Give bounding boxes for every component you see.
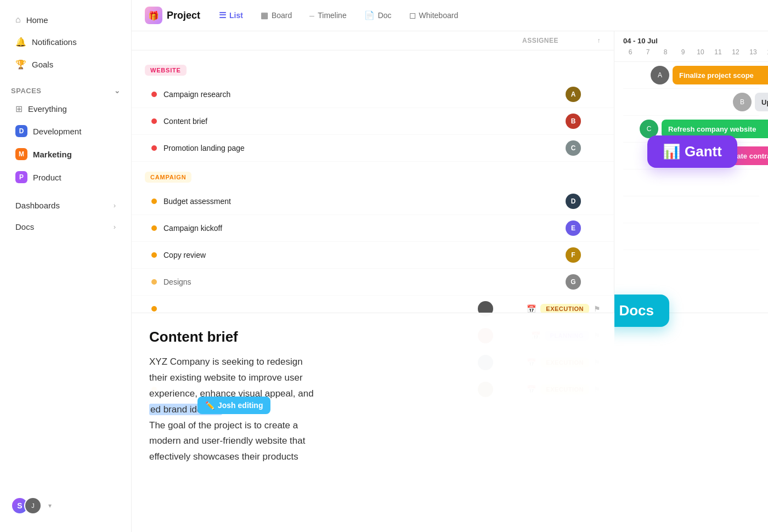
- task-assignee: B: [546, 114, 601, 129]
- task-dot-yellow: [151, 225, 157, 231]
- project-icon: 🎁: [145, 7, 162, 24]
- gantt-bar-label: Finalize project scope: [679, 71, 754, 80]
- josh-editing-badge: ✏️ Josh editing: [197, 397, 270, 414]
- board-icon: ▦: [261, 10, 268, 20]
- avatar: A: [566, 87, 581, 102]
- trophy-icon: 🏆: [15, 59, 26, 70]
- josh-editing-label: Josh editing: [218, 401, 263, 410]
- task-dot-yellow: [151, 252, 157, 258]
- tab-timeline-label: Timeline: [318, 11, 346, 20]
- doc-title: Content brief: [149, 329, 614, 346]
- chevron-right-icon: ›: [114, 201, 116, 210]
- chevron-down-icon[interactable]: ⌄: [114, 87, 121, 95]
- task-name: Content brief: [163, 117, 546, 126]
- col-assignee-header: ASSIGNEE: [513, 37, 568, 44]
- whiteboard-icon: ◻: [409, 10, 416, 20]
- sidebar-dashboards-label: Dashboards: [15, 201, 60, 210]
- tab-bar: ☰ List ▦ Board ⏤ Timeline 📄 Doc ◻ Whiteb…: [211, 7, 466, 24]
- tab-timeline[interactable]: ⏤ Timeline: [302, 7, 354, 24]
- task-name: Campaign kickoff: [163, 224, 546, 233]
- task-row[interactable]: Designs G: [132, 269, 614, 296]
- sidebar-item-goals[interactable]: 🏆 Goals: [4, 54, 127, 75]
- doc-body-line: modern and user-friendly website that: [149, 433, 614, 449]
- task-dot-yellow: [151, 306, 157, 312]
- group-website-header: WEBSITE: [132, 59, 614, 81]
- doc-icon: 📄: [364, 10, 375, 20]
- gantt-row: [623, 196, 759, 223]
- sidebar-home-label: Home: [26, 15, 48, 25]
- gantt-row: [623, 223, 759, 250]
- grid-icon: ⊞: [15, 104, 22, 114]
- group-campaign-header: CAMPAIGN: [132, 166, 614, 188]
- column-headers: ASSIGNEE ↑: [132, 31, 614, 50]
- gantt-day: 6: [623, 48, 637, 56]
- gantt-bubble-icon: 📊: [663, 143, 680, 160]
- task-name: Campaign research: [163, 90, 546, 99]
- avatar-j[interactable]: J: [24, 497, 42, 514]
- gantt-row: B Update key objectives: [623, 89, 759, 116]
- tab-board[interactable]: ▦ Board: [253, 7, 300, 24]
- sidebar-marketing-label: Marketing: [33, 150, 72, 159]
- task-dot-red: [151, 92, 157, 97]
- chevron-right-icon-docs: ›: [114, 223, 116, 231]
- tab-doc[interactable]: 📄 Doc: [357, 7, 399, 24]
- sidebar-item-dashboards[interactable]: Dashboards ›: [4, 195, 127, 216]
- sidebar-item-home[interactable]: ⌂ Home: [4, 9, 127, 30]
- tab-board-label: Board: [272, 11, 292, 20]
- task-dot-yellow: [151, 279, 157, 285]
- pencil-icon: ✏️: [205, 401, 214, 410]
- col-right-header: ↑: [568, 37, 601, 44]
- doc-overlay: Content brief XYZ Company is seeking to …: [132, 313, 614, 532]
- sidebar-item-development[interactable]: D Development: [4, 120, 127, 142]
- product-dot: P: [15, 171, 27, 183]
- tab-doc-label: Doc: [378, 11, 392, 20]
- tab-list[interactable]: ☰ List: [211, 7, 251, 24]
- sidebar-development-label: Development: [33, 127, 81, 136]
- home-icon: ⌂: [15, 15, 21, 25]
- task-row[interactable]: Copy review F: [132, 242, 614, 269]
- avatar-chevron-icon[interactable]: ▾: [48, 502, 52, 510]
- task-assignee: F: [546, 247, 601, 263]
- task-row[interactable]: Promotion landing page C: [132, 135, 614, 162]
- avatar: E: [566, 220, 581, 236]
- gantt-day: 7: [641, 48, 655, 56]
- gantt-day: 10: [693, 48, 708, 56]
- sidebar-item-docs[interactable]: Docs ›: [4, 217, 127, 237]
- development-dot: D: [15, 125, 27, 137]
- task-row[interactable]: Budget assessment D: [132, 188, 614, 215]
- sidebar-item-everything[interactable]: ⊞ Everything: [4, 99, 127, 119]
- doc-body-line: effectively showcases their products: [149, 449, 614, 465]
- gantt-week-label-1: 04 - 10 Jul: [623, 37, 768, 48]
- main-content: 🎁 Project ☰ List ▦ Board ⏤ Timeline 📄 Do…: [132, 0, 768, 532]
- docs-bubble-label: Docs: [619, 302, 654, 319]
- avatar: B: [566, 114, 581, 129]
- task-dot-red: [151, 145, 157, 151]
- calendar-icon: 📅: [527, 304, 536, 313]
- gantt-bar-update-key: Update key objectives: [755, 93, 768, 111]
- gantt-day: 8: [658, 48, 673, 56]
- sidebar-notifications-label: Notifications: [32, 37, 77, 47]
- campaign-badge[interactable]: CAMPAIGN: [145, 172, 191, 183]
- tab-list-label: List: [229, 11, 243, 20]
- tab-whiteboard[interactable]: ◻ Whiteboard: [402, 7, 466, 24]
- task-name: Designs: [163, 278, 546, 286]
- task-row[interactable]: Campaign research A: [132, 81, 614, 108]
- sidebar-item-notifications[interactable]: 🔔 Notifications: [4, 31, 127, 53]
- gantt-bubble: 📊 Gantt: [647, 135, 737, 168]
- avatar: F: [566, 247, 581, 263]
- gantt-bar-label: Refresh company website: [668, 125, 756, 133]
- task-assignee: D: [546, 194, 601, 209]
- task-row[interactable]: Campaign kickoff E: [132, 215, 614, 242]
- docs-bubble: Docs: [614, 295, 669, 327]
- task-row[interactable]: Content brief B: [132, 108, 614, 135]
- gantt-day: 11: [711, 48, 725, 56]
- avatar: C: [566, 140, 581, 156]
- doc-body-line: XYZ Company is seeking to redesign: [149, 354, 614, 370]
- sidebar-item-marketing[interactable]: M Marketing: [4, 143, 127, 165]
- sidebar-item-product[interactable]: P Product: [4, 166, 127, 188]
- gantt-row: A Finalize project scope: [623, 62, 759, 89]
- website-badge[interactable]: WEBSITE: [145, 65, 187, 76]
- task-assignee: C: [546, 140, 601, 156]
- marketing-dot: M: [15, 148, 27, 160]
- user-avatars: S J: [11, 497, 42, 514]
